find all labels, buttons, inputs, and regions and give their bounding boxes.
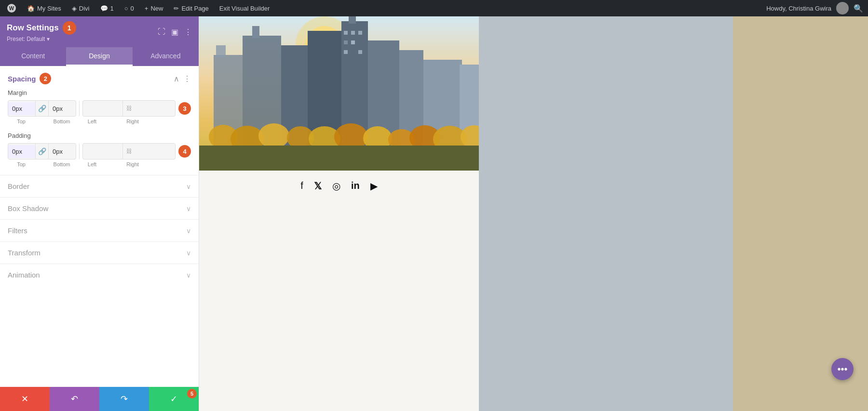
padding-bottom-label: Bottom bbox=[48, 161, 75, 167]
border-section[interactable]: Border ∨ bbox=[0, 175, 199, 197]
preset-label: Preset: Default bbox=[7, 36, 45, 42]
margin-left-input[interactable] bbox=[83, 102, 122, 115]
filters-label: Filters bbox=[8, 226, 27, 235]
margin-unlink-icon[interactable]: ⛓ bbox=[122, 101, 136, 116]
undo-icon: ↶ bbox=[71, 394, 78, 404]
sidebar-tan-panel bbox=[733, 16, 868, 411]
margin-top-label: Top bbox=[8, 119, 35, 124]
exit-builder-item[interactable]: Exit Visual Builder bbox=[217, 5, 272, 12]
animation-section[interactable]: Animation ∨ bbox=[0, 264, 199, 286]
panel-header: Row Settings 1 Preset: Default ▾ ⛶ ▣ ⋮ bbox=[0, 16, 199, 47]
canvas-area: f 𝕏 ◎ in ▶ Designed by Elegant bbox=[199, 16, 868, 411]
section-controls: ∧ ⋮ bbox=[174, 74, 191, 83]
padding-left-input[interactable] bbox=[83, 145, 122, 158]
new-item[interactable]: + New bbox=[143, 5, 165, 12]
sites-icon: 🏠 bbox=[27, 5, 35, 12]
badge-2-label: 2 bbox=[44, 75, 47, 82]
bottom-bar: ✕ ↶ ↷ ✓ 5 bbox=[0, 387, 199, 411]
svg-rect-18 bbox=[344, 50, 348, 54]
undo-button[interactable]: ↶ bbox=[50, 387, 99, 411]
tab-content[interactable]: Content bbox=[0, 47, 66, 66]
twitter-icon[interactable]: 𝕏 bbox=[314, 180, 322, 401]
new-label: New bbox=[150, 5, 163, 12]
facebook-icon[interactable]: f bbox=[300, 180, 303, 401]
fab-button[interactable]: ••• bbox=[831, 358, 854, 380]
padding-unlinked-group: ⛓ bbox=[82, 143, 176, 159]
tab-content-label: Content bbox=[21, 52, 45, 60]
border-label: Border bbox=[8, 182, 29, 190]
margin-unlinked-group: ⛓ bbox=[82, 100, 176, 117]
pencil-icon: ✏ bbox=[174, 5, 179, 12]
svg-text:W: W bbox=[9, 5, 14, 11]
margin-label: Margin bbox=[8, 89, 191, 96]
redo-button[interactable]: ↷ bbox=[99, 387, 149, 411]
comments-item[interactable]: 💬 1 bbox=[98, 5, 116, 12]
svg-rect-14 bbox=[351, 31, 355, 35]
save-button[interactable]: ✓ 5 bbox=[149, 387, 199, 411]
divi-icon: ◈ bbox=[72, 5, 77, 12]
padding-inputs-row: 🔗 ⛓ 4 bbox=[8, 143, 191, 159]
youtube-icon[interactable]: ▶ bbox=[370, 180, 378, 401]
preset-dropdown[interactable]: Preset: Default ▾ bbox=[7, 36, 76, 42]
margin-right-label: Right bbox=[119, 119, 146, 124]
margin-linked-group: 🔗 bbox=[8, 100, 76, 117]
comments-zero[interactable]: ○ 0 bbox=[122, 5, 136, 12]
avatar bbox=[836, 2, 849, 14]
padding-top-input[interactable] bbox=[8, 145, 35, 158]
tab-design[interactable]: Design bbox=[66, 47, 132, 66]
padding-right-label: Right bbox=[119, 161, 146, 167]
margin-bottom-input[interactable] bbox=[49, 102, 76, 115]
padding-left-label: Left bbox=[79, 161, 106, 167]
cancel-button[interactable]: ✕ bbox=[0, 387, 50, 411]
border-chevron-icon: ∨ bbox=[186, 183, 191, 190]
collapse-icon[interactable]: ∧ bbox=[174, 74, 179, 83]
padding-bottom-input[interactable] bbox=[49, 145, 76, 158]
more-icon[interactable]: ⋮ bbox=[184, 27, 192, 37]
svg-rect-15 bbox=[358, 31, 362, 35]
panel-header-icons: ⛶ ▣ ⋮ bbox=[158, 27, 192, 37]
my-sites-item[interactable]: 🏠 My Sites bbox=[25, 5, 63, 12]
comment2-icon: ○ bbox=[124, 5, 128, 12]
svg-rect-12 bbox=[349, 16, 356, 24]
animation-chevron-icon: ∨ bbox=[186, 271, 191, 279]
columns-icon[interactable]: ▣ bbox=[171, 27, 178, 37]
margin-right-input[interactable] bbox=[136, 102, 176, 115]
padding-unlink-icon[interactable]: ⛓ bbox=[122, 144, 136, 159]
margin-inputs-row: 🔗 ⛓ 3 bbox=[8, 100, 191, 117]
padding-right-input[interactable] bbox=[136, 145, 176, 158]
comment-icon: 💬 bbox=[100, 5, 108, 12]
box-shadow-section[interactable]: Box Shadow ∨ bbox=[0, 197, 199, 219]
padding-divider bbox=[79, 144, 80, 159]
cancel-icon: ✕ bbox=[21, 394, 28, 404]
tab-advanced[interactable]: Advanced bbox=[133, 47, 199, 66]
panel-tabs: Content Design Advanced bbox=[0, 47, 199, 66]
transform-section[interactable]: Transform ∨ bbox=[0, 241, 199, 264]
padding-label: Padding bbox=[8, 132, 191, 139]
section-more-icon[interactable]: ⋮ bbox=[183, 74, 191, 83]
edit-page-item[interactable]: ✏ Edit Page bbox=[172, 5, 210, 12]
margin-top-input[interactable] bbox=[8, 102, 35, 115]
instagram-icon[interactable]: ◎ bbox=[332, 180, 340, 401]
animation-label: Animation bbox=[8, 271, 40, 279]
fab-icon: ••• bbox=[837, 364, 847, 375]
sidebar-gray-panel bbox=[479, 16, 733, 411]
wp-icon: W bbox=[7, 3, 16, 13]
search-button[interactable]: 🔍 bbox=[854, 4, 863, 13]
zero-label: 0 bbox=[131, 5, 134, 12]
margin-bottom-label: Bottom bbox=[48, 119, 75, 124]
box-shadow-label: Box Shadow bbox=[8, 204, 48, 212]
city-svg bbox=[199, 16, 479, 171]
margin-link-icon[interactable]: 🔗 bbox=[35, 101, 49, 116]
expand-icon[interactable]: ⛶ bbox=[158, 27, 165, 36]
divi-item[interactable]: ◈ Divi bbox=[70, 5, 92, 12]
linkedin-icon[interactable]: in bbox=[351, 180, 360, 401]
transform-chevron-icon: ∨ bbox=[186, 249, 191, 257]
box-shadow-chevron-icon: ∨ bbox=[186, 205, 191, 212]
wp-logo-item[interactable]: W bbox=[5, 3, 18, 13]
margin-group: Margin 🔗 ⛓ bbox=[0, 89, 199, 132]
badge-1: 1 bbox=[63, 21, 76, 35]
badge-4-label: 4 bbox=[183, 148, 186, 155]
filters-section[interactable]: Filters ∨ bbox=[0, 219, 199, 241]
padding-link-icon[interactable]: 🔗 bbox=[35, 144, 49, 159]
svg-rect-8 bbox=[252, 26, 259, 38]
